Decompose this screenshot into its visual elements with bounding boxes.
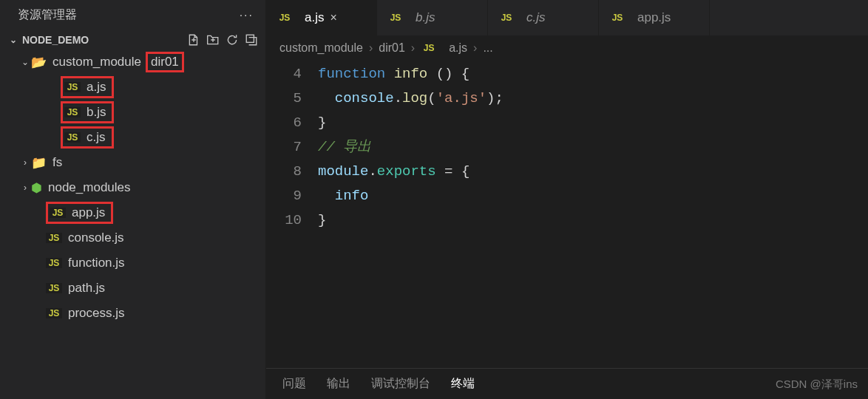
chevron-right-icon: › <box>19 157 31 168</box>
explorer-header: 资源管理器 ··· <box>0 0 265 30</box>
folder-item[interactable]: ⌄📂custom_moduledir01 <box>0 50 265 75</box>
folder-item[interactable]: ›⬢node_modules <box>0 175 265 200</box>
tab-label: a.js <box>305 10 324 25</box>
code-editor[interactable]: 45678910 function info () { console.log(… <box>266 61 868 368</box>
tab-label: b.js <box>416 10 435 25</box>
item-label: custom_module <box>52 55 141 69</box>
item-label: c.js <box>87 130 106 145</box>
file-item[interactable]: JSfunction.js <box>0 250 265 276</box>
js-icon: JS <box>64 107 81 117</box>
highlight-box: JSc.js <box>61 126 114 149</box>
project-actions <box>187 33 258 47</box>
item-label: a.js <box>87 80 106 95</box>
project-row[interactable]: ⌄ NODE_DEMO <box>0 30 265 50</box>
item-label: node_modules <box>48 180 131 195</box>
panel-tab[interactable]: 问题 <box>282 376 306 392</box>
new-folder-icon[interactable] <box>206 33 220 47</box>
breadcrumb-part[interactable]: custom_module <box>279 41 363 55</box>
js-icon: JS <box>277 13 293 23</box>
chevron-right-icon: › <box>473 41 477 55</box>
file-item[interactable]: JSconsole.js <box>0 225 265 250</box>
item-label: app.js <box>72 205 105 220</box>
js-icon: JS <box>421 43 437 53</box>
chevron-down-icon: ⌄ <box>7 35 19 45</box>
file-tree: ⌄📂custom_moduledir01JSa.jsJSb.jsJSc.js›📁… <box>0 50 265 399</box>
item-label: b.js <box>87 105 106 120</box>
file-item[interactable]: JSpath.js <box>0 276 265 301</box>
tab-label: app.js <box>637 10 671 25</box>
close-icon[interactable]: × <box>330 11 336 24</box>
node-modules-icon: ⬢ <box>31 180 42 196</box>
editor-tabs: JS a.js ×JS b.js JS c.js JS app.js <box>266 0 868 35</box>
file-item[interactable]: JSc.js <box>0 125 265 150</box>
code-content[interactable]: function info () { console.log('a.js');}… <box>318 62 868 368</box>
chevron-right-icon: › <box>369 41 373 55</box>
highlight-box: JSapp.js <box>46 202 113 224</box>
refresh-icon[interactable] <box>226 33 239 47</box>
panel-tab[interactable]: 调试控制台 <box>371 376 430 392</box>
chevron-down-icon: ⌄ <box>19 57 31 67</box>
js-icon: JS <box>46 258 62 268</box>
breadcrumb-part[interactable]: dir01 <box>379 41 405 55</box>
highlight-box: dir01 <box>146 52 184 72</box>
js-icon: JS <box>64 132 81 143</box>
js-icon: JS <box>46 233 62 243</box>
tab-label: c.js <box>526 10 546 25</box>
item-label: function.js <box>68 256 125 270</box>
panel-tab[interactable]: 输出 <box>327 376 350 392</box>
file-item[interactable]: JSa.js <box>0 75 265 100</box>
editor-tab[interactable]: JS b.js <box>377 0 488 35</box>
item-label: path.js <box>68 281 105 296</box>
js-icon: JS <box>46 308 62 318</box>
watermark: CSDN @泽哥ins <box>776 378 858 392</box>
item-label: fs <box>52 155 62 170</box>
js-icon: JS <box>50 208 66 218</box>
highlight-box: JSa.js <box>61 76 114 98</box>
explorer-title: 资源管理器 <box>18 7 77 23</box>
breadcrumb-file[interactable]: a.js <box>449 41 467 55</box>
file-item[interactable]: JSapp.js <box>0 200 265 225</box>
js-icon: JS <box>387 13 404 23</box>
highlight-box: JSb.js <box>61 101 114 123</box>
chevron-right-icon: › <box>19 183 31 193</box>
editor-tab[interactable]: JS app.js <box>599 0 710 35</box>
svg-rect-0 <box>246 35 254 42</box>
item-label: process.js <box>68 306 125 321</box>
chevron-right-icon: › <box>411 41 415 55</box>
line-gutter: 45678910 <box>266 62 318 368</box>
file-item[interactable]: JSb.js <box>0 100 265 125</box>
project-name: NODE_DEMO <box>22 34 89 46</box>
editor-area: JS a.js ×JS b.js JS c.js JS app.js custo… <box>266 0 868 399</box>
js-icon: JS <box>498 13 515 23</box>
explorer-sidebar: 资源管理器 ··· ⌄ NODE_DEMO ⌄📂custom_moduledir… <box>0 0 266 399</box>
file-item[interactable]: JSprocess.js <box>0 301 265 326</box>
folder-icon: 📂 <box>31 55 47 70</box>
collapse-icon[interactable] <box>245 33 258 47</box>
breadcrumb-tail[interactable]: ... <box>483 41 492 55</box>
js-icon: JS <box>64 82 81 92</box>
panel-tab[interactable]: 终端 <box>451 376 475 392</box>
more-icon[interactable]: ··· <box>240 9 254 22</box>
new-file-icon[interactable] <box>187 33 200 47</box>
editor-tab[interactable]: JS a.js × <box>266 0 377 35</box>
editor-tab[interactable]: JS c.js <box>488 0 599 35</box>
js-icon: JS <box>46 283 62 293</box>
item-label: console.js <box>68 231 124 245</box>
folder-item[interactable]: ›📁fs <box>0 150 265 175</box>
js-icon: JS <box>609 13 625 23</box>
folder-icon: 📁 <box>31 155 47 171</box>
breadcrumb[interactable]: custom_module › dir01 › JS a.js › ... <box>266 35 868 61</box>
